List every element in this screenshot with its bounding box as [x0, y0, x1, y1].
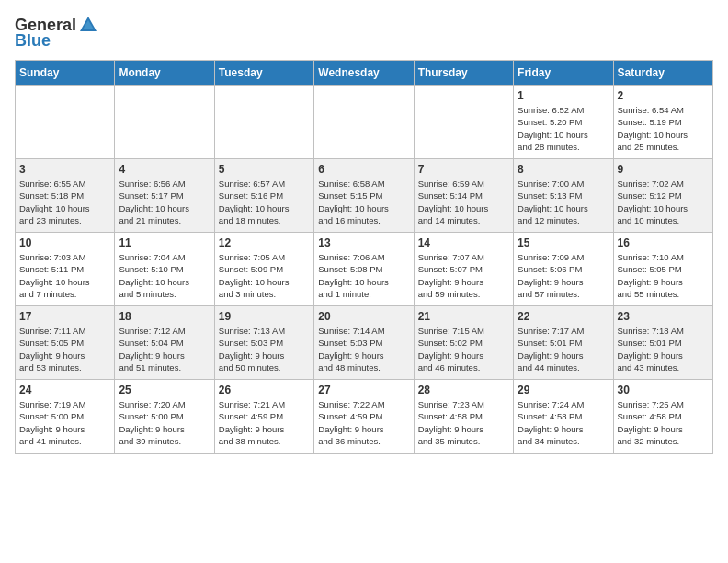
day-info: Sunrise: 7:19 AM Sunset: 5:00 PM Dayligh… — [19, 398, 110, 447]
calendar-cell: 15Sunrise: 7:09 AM Sunset: 5:06 PM Dayli… — [514, 233, 613, 306]
calendar-header-friday: Friday — [514, 61, 613, 86]
day-number: 24 — [19, 384, 110, 396]
calendar-cell: 3Sunrise: 6:55 AM Sunset: 5:18 PM Daylig… — [16, 159, 115, 233]
calendar-week-1: 3Sunrise: 6:55 AM Sunset: 5:18 PM Daylig… — [16, 159, 713, 233]
day-info: Sunrise: 7:10 AM Sunset: 5:05 PM Dayligh… — [618, 251, 709, 300]
day-number: 17 — [19, 310, 110, 323]
day-info: Sunrise: 7:14 AM Sunset: 5:03 PM Dayligh… — [318, 325, 409, 373]
day-info: Sunrise: 7:20 AM Sunset: 5:00 PM Dayligh… — [119, 398, 210, 447]
day-number: 28 — [418, 384, 509, 396]
calendar-week-0: 1Sunrise: 6:52 AM Sunset: 5:20 PM Daylig… — [16, 86, 713, 159]
day-number: 30 — [618, 384, 709, 396]
calendar-cell: 25Sunrise: 7:20 AM Sunset: 5:00 PM Dayli… — [115, 380, 214, 454]
calendar-cell: 17Sunrise: 7:11 AM Sunset: 5:05 PM Dayli… — [16, 306, 115, 380]
calendar-week-2: 10Sunrise: 7:03 AM Sunset: 5:11 PM Dayli… — [16, 233, 713, 306]
day-info: Sunrise: 7:02 AM Sunset: 5:12 PM Dayligh… — [618, 178, 709, 226]
calendar-cell: 11Sunrise: 7:04 AM Sunset: 5:10 PM Dayli… — [115, 233, 214, 306]
calendar-cell: 2Sunrise: 6:54 AM Sunset: 5:19 PM Daylig… — [613, 86, 712, 159]
calendar-cell: 6Sunrise: 6:58 AM Sunset: 5:15 PM Daylig… — [314, 159, 414, 233]
day-info: Sunrise: 6:58 AM Sunset: 5:15 PM Dayligh… — [318, 178, 409, 226]
calendar-cell: 8Sunrise: 7:00 AM Sunset: 5:13 PM Daylig… — [514, 159, 613, 233]
calendar-cell: 14Sunrise: 7:07 AM Sunset: 5:07 PM Dayli… — [414, 233, 513, 306]
day-info: Sunrise: 6:54 AM Sunset: 5:19 PM Dayligh… — [618, 104, 709, 153]
calendar-week-3: 17Sunrise: 7:11 AM Sunset: 5:05 PM Dayli… — [16, 306, 713, 380]
calendar-cell — [314, 86, 414, 159]
day-info: Sunrise: 6:52 AM Sunset: 5:20 PM Dayligh… — [518, 104, 609, 153]
day-info: Sunrise: 7:23 AM Sunset: 4:58 PM Dayligh… — [418, 398, 509, 447]
day-number: 18 — [119, 310, 210, 323]
day-number: 10 — [19, 236, 110, 249]
calendar-cell: 5Sunrise: 6:57 AM Sunset: 5:16 PM Daylig… — [214, 159, 313, 233]
day-info: Sunrise: 7:15 AM Sunset: 5:02 PM Dayligh… — [418, 325, 509, 373]
page-header: General Blue — [15, 15, 713, 51]
day-number: 26 — [219, 384, 310, 396]
day-info: Sunrise: 7:06 AM Sunset: 5:08 PM Dayligh… — [318, 251, 409, 300]
day-number: 13 — [318, 236, 409, 249]
calendar-cell: 13Sunrise: 7:06 AM Sunset: 5:08 PM Dayli… — [314, 233, 414, 306]
day-info: Sunrise: 7:09 AM Sunset: 5:06 PM Dayligh… — [518, 251, 609, 300]
day-number: 9 — [618, 163, 709, 176]
day-info: Sunrise: 6:59 AM Sunset: 5:14 PM Dayligh… — [418, 178, 509, 226]
day-number: 7 — [418, 163, 509, 176]
day-number: 29 — [518, 384, 609, 396]
day-info: Sunrise: 6:55 AM Sunset: 5:18 PM Dayligh… — [19, 178, 110, 226]
day-info: Sunrise: 7:18 AM Sunset: 5:01 PM Dayligh… — [618, 325, 709, 373]
calendar-cell: 29Sunrise: 7:24 AM Sunset: 4:58 PM Dayli… — [514, 380, 613, 454]
calendar-cell: 30Sunrise: 7:25 AM Sunset: 4:58 PM Dayli… — [613, 380, 712, 454]
calendar-cell: 20Sunrise: 7:14 AM Sunset: 5:03 PM Dayli… — [314, 306, 414, 380]
calendar-cell: 23Sunrise: 7:18 AM Sunset: 5:01 PM Dayli… — [613, 306, 712, 380]
logo-icon — [78, 15, 98, 35]
day-number: 5 — [219, 163, 310, 176]
calendar-cell: 22Sunrise: 7:17 AM Sunset: 5:01 PM Dayli… — [514, 306, 613, 380]
calendar-cell: 9Sunrise: 7:02 AM Sunset: 5:12 PM Daylig… — [613, 159, 712, 233]
day-number: 6 — [318, 163, 409, 176]
day-number: 15 — [518, 236, 609, 249]
calendar-cell: 4Sunrise: 6:56 AM Sunset: 5:17 PM Daylig… — [115, 159, 214, 233]
calendar-header-thursday: Thursday — [414, 61, 513, 86]
day-number: 23 — [618, 310, 709, 323]
day-info: Sunrise: 7:12 AM Sunset: 5:04 PM Dayligh… — [119, 325, 210, 373]
calendar-cell: 19Sunrise: 7:13 AM Sunset: 5:03 PM Dayli… — [214, 306, 313, 380]
calendar-cell: 10Sunrise: 7:03 AM Sunset: 5:11 PM Dayli… — [16, 233, 115, 306]
day-info: Sunrise: 7:11 AM Sunset: 5:05 PM Dayligh… — [19, 325, 110, 373]
calendar-cell — [115, 86, 214, 159]
day-number: 1 — [518, 89, 609, 102]
calendar-cell: 12Sunrise: 7:05 AM Sunset: 5:09 PM Dayli… — [214, 233, 313, 306]
day-number: 14 — [418, 236, 509, 249]
day-number: 27 — [318, 384, 409, 396]
calendar-header-sunday: Sunday — [16, 61, 115, 86]
day-info: Sunrise: 6:57 AM Sunset: 5:16 PM Dayligh… — [219, 178, 310, 226]
day-number: 3 — [19, 163, 110, 176]
calendar-cell — [16, 86, 115, 159]
day-number: 2 — [618, 89, 709, 102]
calendar-cell: 27Sunrise: 7:22 AM Sunset: 4:59 PM Dayli… — [314, 380, 414, 454]
calendar-cell: 24Sunrise: 7:19 AM Sunset: 5:00 PM Dayli… — [16, 380, 115, 454]
calendar-cell: 16Sunrise: 7:10 AM Sunset: 5:05 PM Dayli… — [613, 233, 712, 306]
calendar: SundayMondayTuesdayWednesdayThursdayFrid… — [15, 60, 713, 454]
calendar-cell: 18Sunrise: 7:12 AM Sunset: 5:04 PM Dayli… — [115, 306, 214, 380]
calendar-cell: 1Sunrise: 6:52 AM Sunset: 5:20 PM Daylig… — [514, 86, 613, 159]
calendar-header-row: SundayMondayTuesdayWednesdayThursdayFrid… — [16, 61, 713, 86]
calendar-header-monday: Monday — [115, 61, 214, 86]
day-info: Sunrise: 7:04 AM Sunset: 5:10 PM Dayligh… — [119, 251, 210, 300]
day-info: Sunrise: 7:13 AM Sunset: 5:03 PM Dayligh… — [219, 325, 310, 373]
day-number: 4 — [119, 163, 210, 176]
logo-blue-text: Blue — [15, 31, 51, 51]
day-info: Sunrise: 7:07 AM Sunset: 5:07 PM Dayligh… — [418, 251, 509, 300]
day-number: 19 — [219, 310, 310, 323]
calendar-header-saturday: Saturday — [613, 61, 712, 86]
day-info: Sunrise: 7:17 AM Sunset: 5:01 PM Dayligh… — [518, 325, 609, 373]
day-number: 22 — [518, 310, 609, 323]
day-number: 16 — [618, 236, 709, 249]
day-number: 21 — [418, 310, 509, 323]
day-info: Sunrise: 7:00 AM Sunset: 5:13 PM Dayligh… — [518, 178, 609, 226]
day-number: 20 — [318, 310, 409, 323]
day-info: Sunrise: 7:21 AM Sunset: 4:59 PM Dayligh… — [219, 398, 310, 447]
calendar-cell: 21Sunrise: 7:15 AM Sunset: 5:02 PM Dayli… — [414, 306, 513, 380]
calendar-cell: 26Sunrise: 7:21 AM Sunset: 4:59 PM Dayli… — [214, 380, 313, 454]
calendar-cell: 28Sunrise: 7:23 AM Sunset: 4:58 PM Dayli… — [414, 380, 513, 454]
day-info: Sunrise: 7:25 AM Sunset: 4:58 PM Dayligh… — [618, 398, 709, 447]
day-info: Sunrise: 6:56 AM Sunset: 5:17 PM Dayligh… — [119, 178, 210, 226]
day-info: Sunrise: 7:24 AM Sunset: 4:58 PM Dayligh… — [518, 398, 609, 447]
calendar-header-wednesday: Wednesday — [314, 61, 414, 86]
